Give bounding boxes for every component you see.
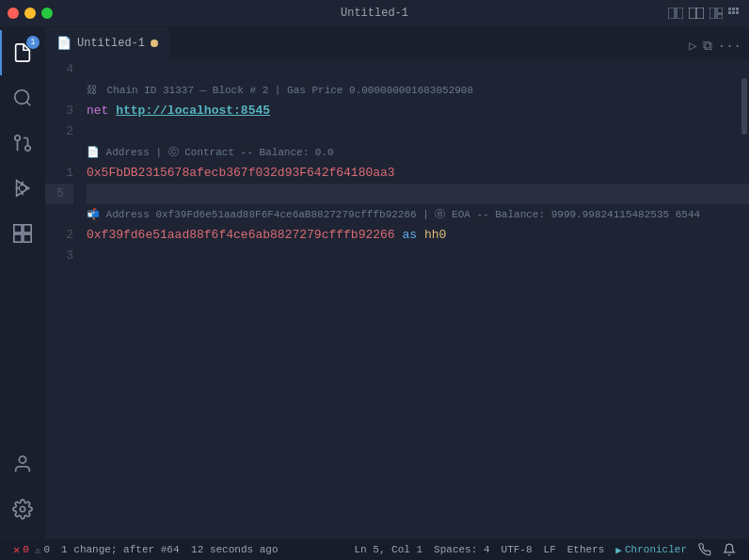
svg-rect-24 [14,225,22,232]
code-area[interactable]: ⛓ Chain ID 31337 — Block # 2 | Gas Price… [83,59,749,539]
layout-icon-4[interactable] [728,8,741,19]
svg-rect-10 [728,11,731,14]
run-label: Chronicler [625,544,687,555]
position-text: Ln 5, Col 1 [354,544,422,555]
status-errors[interactable]: ✕ 0 ⚠ 0 [8,539,56,560]
changes-text: 1 change; after #64 [61,544,179,555]
editor-content[interactable]: 4 3 2 1 5 2 3 ⛓ Chain ID 31337 — Block #… [45,59,749,539]
deco-line-address: 📄 Address | ⓒ Contract -- Balance: 0.0 [87,142,749,163]
layout-icon-1[interactable] [668,8,683,19]
error-icon: ✕ [13,543,20,557]
svg-rect-5 [717,8,723,13]
svg-rect-6 [717,14,723,19]
editor-area: 📄 Untitled-1 ▷ ⧉ ··· 4 3 2 1 5 [45,26,749,539]
code-line-1-address: 0x5FbDB2315678afecb367f032d93F642f64180a… [87,163,749,184]
activity-bottom [0,441,45,539]
notification-icon [723,543,736,556]
code-line-4 [87,59,749,80]
time-text: 12 seconds ago [191,544,278,555]
tab-modified-dot [151,40,158,47]
svg-rect-8 [732,8,735,10]
tab-bar-right: ▷ ⧉ ··· [681,38,749,59]
window-title: Untitled-1 [341,7,408,20]
code-line-5-active [87,184,749,204]
svg-rect-27 [24,234,31,242]
activity-badge: 1 [26,36,40,49]
run-icon-status: ▶ [615,544,622,556]
eoa-deco: 📬 Address 0xf39Fd6e51aad88F6F4ce6aB88272… [87,204,700,225]
status-position[interactable]: Ln 5, Col 1 [348,539,428,560]
code-line-2-address2: 0xf39fd6e51aad88f6f4ce6ab8827279cfffb922… [87,225,749,246]
run-icon[interactable]: ▷ [689,38,696,54]
line-numbers: 4 3 2 1 5 2 3 [45,59,83,539]
svg-point-29 [20,506,25,512]
activity-item-debug[interactable] [0,166,45,211]
svg-rect-11 [732,11,735,14]
title-bar: Untitled-1 [0,0,749,26]
split-editor-icon[interactable]: ⧉ [703,39,712,54]
activity-bar: 1 [0,26,45,539]
svg-rect-0 [668,8,675,19]
svg-rect-9 [736,8,739,10]
status-encoding[interactable]: UTF-8 [496,539,538,560]
address-deco: 📄 Address | ⓒ Contract -- Balance: 0.0 [87,142,334,163]
encoding-text: UTF-8 [502,544,533,555]
status-broadcast[interactable] [693,539,717,560]
layout-icon-3[interactable] [709,8,723,19]
status-spaces[interactable]: Spaces: 4 [428,539,495,560]
minimize-button[interactable] [24,8,36,19]
tab-bar: 📄 Untitled-1 ▷ ⧉ ··· [45,26,749,59]
tab-untitled-1[interactable]: 📄 Untitled-1 [45,26,169,59]
address-2: 0xf39fd6e51aad88f6f4ce6ab8827279cfffb922… [87,225,395,246]
deco-line-eoa: 📬 Address 0xf39Fd6e51aad88F6F4ce6aB88272… [87,204,749,225]
svg-line-14 [26,102,30,105]
svg-rect-7 [728,8,731,10]
status-bar: ✕ 0 ⚠ 0 1 change; after #64 12 seconds a… [0,539,749,560]
tab-label: Untitled-1 [77,37,145,50]
activity-item-settings[interactable] [0,487,45,532]
svg-point-28 [19,456,25,463]
activity-item-account[interactable] [0,441,45,487]
traffic-lights [8,8,53,19]
deco-line-chain: ⛓ Chain ID 31337 — Block # 2 | Gas Price… [87,80,749,101]
more-actions-icon[interactable]: ··· [718,39,741,54]
status-changes[interactable]: 1 change; after #64 12 seconds ago [56,539,283,560]
svg-rect-26 [14,234,22,242]
scrollbar-thumb[interactable] [741,78,747,135]
activity-item-files[interactable]: 1 [0,30,45,75]
eol-text: LF [544,544,556,555]
svg-rect-12 [736,11,739,14]
activity-item-git[interactable] [0,120,45,166]
broadcast-icon [698,543,711,556]
error-count: 0 [23,544,29,555]
status-eol[interactable]: LF [538,539,562,560]
status-run[interactable]: ▶ Chronicler [610,539,693,560]
maximize-button[interactable] [41,8,53,19]
code-line-2-empty [87,121,749,142]
activity-item-search[interactable] [0,75,45,120]
status-language[interactable]: Ethers [562,539,611,560]
net-keyword: net [87,101,108,121]
main-layout: 1 [0,26,749,539]
svg-rect-1 [677,8,683,19]
language-text: Ethers [567,544,605,555]
chain-info: Chain ID 31337 — Block # 2 | Gas Price 0… [101,80,473,101]
svg-point-19 [19,184,25,191]
as-keyword: as [402,225,417,246]
scrollbar-track[interactable] [740,59,749,539]
spaces-text: Spaces: 4 [434,544,489,555]
svg-point-16 [15,136,21,141]
activity-item-extensions[interactable] [0,211,45,256]
address-1: 0x5FbDB2315678afecb367f032d93F642f64180a… [87,163,395,184]
svg-point-13 [15,90,29,104]
status-notification[interactable] [717,539,741,560]
close-button[interactable] [8,8,19,19]
svg-rect-4 [709,8,715,19]
layout-icon-2[interactable] [689,8,704,19]
svg-point-15 [25,146,31,152]
tab-file-icon: 📄 [56,36,72,51]
code-line-3-empty [87,246,749,266]
var-hh0: hh0 [424,225,446,246]
svg-rect-25 [24,225,31,232]
localhost-url: http://localhost:8545 [116,101,270,121]
